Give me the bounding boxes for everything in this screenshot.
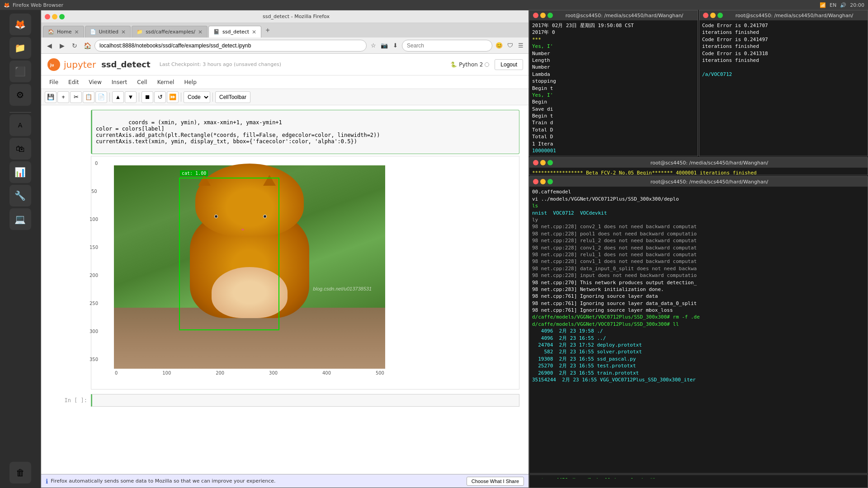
- sidebar-icon-terminal[interactable]: ⬛: [9, 61, 31, 82]
- browser-titlebar: ssd_detect - Mozilla Firefox: [41, 10, 528, 23]
- sidebar-icon-firefox[interactable]: 🦊: [9, 14, 31, 35]
- t3-f4: 582 2月 23 16:55 solver.prototxt: [532, 348, 865, 355]
- move-up-button[interactable]: ▲: [112, 91, 124, 103]
- t3-f5: 19308 2月 23 16:55 ssd_pascal.py: [532, 356, 865, 362]
- sidebar-icon-app2[interactable]: 📊: [9, 161, 31, 183]
- download-icon[interactable]: ⬇: [390, 41, 400, 51]
- menu-view[interactable]: View: [84, 77, 106, 87]
- terminal-2-controls: [703, 13, 723, 18]
- url-bar[interactable]: [94, 40, 367, 52]
- sidebar-icon-app4[interactable]: 💻: [9, 208, 31, 230]
- y-tick-350: 350: [90, 357, 98, 362]
- reload-button[interactable]: ↻: [69, 40, 80, 51]
- choose-share-button[interactable]: Choose What I Share: [467, 477, 524, 486]
- terminal-beta-titlebar: root@scs4450: /media/scs4450/hard/Wangha…: [529, 158, 868, 168]
- sidebar-icon-text[interactable]: A: [9, 114, 31, 136]
- terminal-beta[interactable]: root@scs4450: /media/scs4450/hard/Wangha…: [529, 157, 868, 175]
- time-display: 20:00: [850, 2, 864, 8]
- shield-icon[interactable]: 🛡: [505, 41, 515, 51]
- sidebar-icon-files[interactable]: 📁: [9, 37, 31, 59]
- tab-untitled-label: Untitled: [99, 29, 119, 35]
- forward-button[interactable]: ▶: [57, 40, 67, 51]
- celltoolbar-button[interactable]: CellToolbar: [215, 91, 250, 103]
- cell-input[interactable]: coords = (xmin, ymin), xmax-xmin+1, ymax…: [91, 110, 519, 154]
- cell-type-select[interactable]: Code: [184, 91, 210, 103]
- t2-min[interactable]: [710, 13, 716, 18]
- menu-cell[interactable]: Cell: [132, 77, 151, 87]
- sidebar-icon-settings[interactable]: ⚙️: [9, 84, 31, 106]
- t1-max[interactable]: [547, 13, 553, 18]
- add-cell-button[interactable]: +: [57, 91, 69, 103]
- t3-caffe: 00.caffemodel: [532, 188, 865, 195]
- menu-kernel[interactable]: Kernel: [153, 77, 179, 87]
- menu-insert[interactable]: Insert: [107, 77, 132, 87]
- home-button[interactable]: 🏠: [82, 40, 93, 51]
- t3-title: root@scs4450: /media/scs4450/hard/Wangha…: [555, 179, 864, 185]
- cut-button[interactable]: ✂: [70, 91, 82, 103]
- jupyter-text: jupyter: [64, 59, 96, 70]
- menu-edit[interactable]: Edit: [64, 77, 83, 87]
- in-input-box[interactable]: [91, 394, 519, 407]
- t1-line-train: Train d: [532, 119, 695, 126]
- terminal-2[interactable]: root@scs4450: /media/scs4450/hard/Wangha…: [699, 10, 868, 156]
- t1-min[interactable]: [540, 13, 546, 18]
- back-button[interactable]: ◀: [44, 40, 55, 51]
- terminal-3[interactable]: root@scs4450: /media/scs4450/hard/Wangha…: [529, 176, 868, 474]
- tab-ssd-detect[interactable]: 📓 ssd_detect ✕: [208, 26, 261, 38]
- tab-caffe-close[interactable]: ✕: [198, 29, 203, 35]
- t1-line-date: 2017年 02月 23日 星期四 19:50:08 CST: [532, 22, 695, 29]
- tab-caffe[interactable]: 📁 ssd/caffe/examples/ ✕: [132, 26, 208, 38]
- window-close-button[interactable]: [45, 14, 50, 19]
- terminal-beta-title: root@scs4450: /media/scs4450/hard/Wangha…: [555, 160, 864, 166]
- kernel-status-circle: [485, 62, 489, 67]
- copy-button[interactable]: 📋: [83, 91, 94, 103]
- tab-untitled[interactable]: 📄 Untitled ✕: [85, 26, 131, 38]
- sidebar-icon-amazon[interactable]: 🛍: [9, 138, 31, 160]
- tb-close[interactable]: [533, 160, 538, 165]
- screenshot-icon[interactable]: 📷: [379, 41, 389, 51]
- menu-file[interactable]: File: [45, 77, 63, 87]
- tb-min[interactable]: [540, 160, 546, 165]
- t3-close[interactable]: [533, 179, 538, 184]
- menu-help[interactable]: Help: [179, 77, 201, 87]
- window-minimize-button[interactable]: [52, 14, 57, 19]
- save-button[interactable]: 💾: [45, 91, 57, 103]
- t2-empty: [702, 64, 865, 70]
- restart-button[interactable]: ↺: [154, 91, 166, 103]
- sidebar-icon-trash[interactable]: 🗑: [9, 462, 31, 483]
- bookmark-icon[interactable]: ☆: [368, 41, 378, 51]
- logout-button[interactable]: Logout: [495, 59, 523, 70]
- move-down-button[interactable]: ▼: [125, 91, 137, 103]
- paste-button[interactable]: 📄: [95, 91, 107, 103]
- tb-max[interactable]: [547, 160, 553, 165]
- terminal-bottom[interactable]: root@scs4450:/home/ly/caffe/examples/ssd…: [529, 474, 868, 488]
- t1-line-len: Length: [532, 57, 695, 64]
- t2-close[interactable]: [703, 13, 708, 18]
- run-stop-button[interactable]: ⏹: [142, 91, 153, 103]
- t2-max[interactable]: [717, 13, 723, 18]
- t1-line-2017: 2017年 0: [532, 29, 695, 36]
- sidebar-icon-app3[interactable]: 🔧: [9, 185, 31, 206]
- notebook-name[interactable]: ssd_detect: [101, 60, 151, 69]
- terminal-1[interactable]: root@scs4450: /media/scs4450/hard/Wangha…: [529, 10, 698, 156]
- new-tab-button[interactable]: +: [262, 25, 273, 36]
- run-all-button[interactable]: ⏩: [167, 91, 179, 103]
- tab-untitled-close[interactable]: ✕: [121, 29, 126, 35]
- tab-home[interactable]: 🏠 Home ✕: [43, 26, 84, 38]
- tab-home-close[interactable]: ✕: [74, 29, 79, 35]
- t3-content: 00.caffemodel vi ../models/VGGNet/VOC071…: [529, 187, 868, 473]
- menu-icon[interactable]: ☰: [516, 41, 526, 51]
- y-tick-250: 250: [90, 301, 98, 306]
- sep1: [109, 93, 110, 102]
- t3-ly: ly: [532, 216, 865, 223]
- smiley-icon[interactable]: 😊: [494, 41, 504, 51]
- t1-line-begin: Begin t: [532, 85, 695, 92]
- python-version: Python 2: [459, 61, 483, 68]
- t1-close[interactable]: [533, 13, 538, 18]
- tab-ssd-close[interactable]: ✕: [252, 29, 256, 35]
- t3-max[interactable]: [547, 179, 553, 184]
- search-input[interactable]: [402, 40, 492, 52]
- t1-line-yes: Yes, I': [532, 43, 695, 50]
- window-maximize-button[interactable]: [59, 14, 65, 19]
- t3-min[interactable]: [540, 179, 546, 184]
